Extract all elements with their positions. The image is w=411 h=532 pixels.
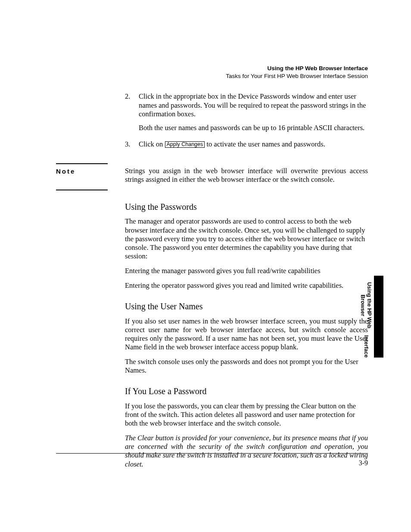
steps-list: 2. Click in the appropriate box in the D… [125, 92, 368, 154]
note-body: Strings you assign in the web browser in… [125, 163, 368, 190]
note-label-wrap: Note [56, 163, 125, 190]
note-block: Note Strings you assign in the web brows… [56, 163, 368, 190]
left-gutter [56, 92, 125, 160]
paragraph: If you also set user names in the web br… [125, 317, 368, 352]
step-text: Both the user names and passwords can be… [139, 124, 368, 132]
heading-passwords: Using the Passwords [125, 202, 368, 212]
step-text: Click on Apply Changes to activate the u… [139, 140, 368, 149]
paragraph: The switch console uses only the passwor… [125, 358, 368, 375]
main-column: 2. Click in the appropriate box in the D… [125, 92, 368, 160]
heading-usernames: Using the User Names [125, 301, 368, 311]
header-subtitle: Tasks for Your First HP Web Browser Inte… [226, 73, 368, 79]
paragraph: If you lose the passwords, you can clear… [125, 402, 368, 428]
side-tab-label: Using the HP Web Browser Interface [359, 276, 372, 358]
content-grid-2: Using the Passwords The manager and oper… [56, 190, 368, 475]
bullet-text: Entering the operator password gives you… [125, 281, 368, 290]
main-column: Using the Passwords The manager and oper… [125, 190, 368, 475]
bullet-text: Entering the manager password gives you … [125, 267, 368, 275]
step-body: Click in the appropriate box in the Devi… [139, 92, 368, 137]
apply-changes-button[interactable]: Apply Changes [165, 141, 205, 148]
page-number: 3-9 [359, 459, 368, 467]
step-3: 3. Click on Apply Changes to activate th… [125, 140, 368, 154]
paragraph-italic: The Clear button is provided for your co… [125, 434, 368, 469]
step-number: 3. [125, 140, 137, 154]
paragraph: The manager and operator passwords are u… [125, 217, 368, 261]
step-2: 2. Click in the appropriate box in the D… [125, 92, 368, 137]
step-number: 2. [125, 92, 137, 137]
step-text: Click in the appropriate box in the Devi… [139, 92, 368, 118]
page-content: Using the HP Web Browser Interface Tasks… [56, 65, 368, 475]
heading-lose-password: If You Lose a Password [125, 386, 368, 396]
footer-rule [56, 453, 368, 454]
header-title: Using the HP Web Browser Interface [267, 65, 368, 72]
content-grid: 2. Click in the appropriate box in the D… [56, 92, 368, 160]
step-body: Click on Apply Changes to activate the u… [139, 140, 368, 154]
side-tab-black [374, 276, 383, 358]
note-label: Note [56, 163, 108, 190]
running-header: Using the HP Web Browser Interface Tasks… [56, 65, 368, 80]
left-gutter [56, 190, 125, 475]
